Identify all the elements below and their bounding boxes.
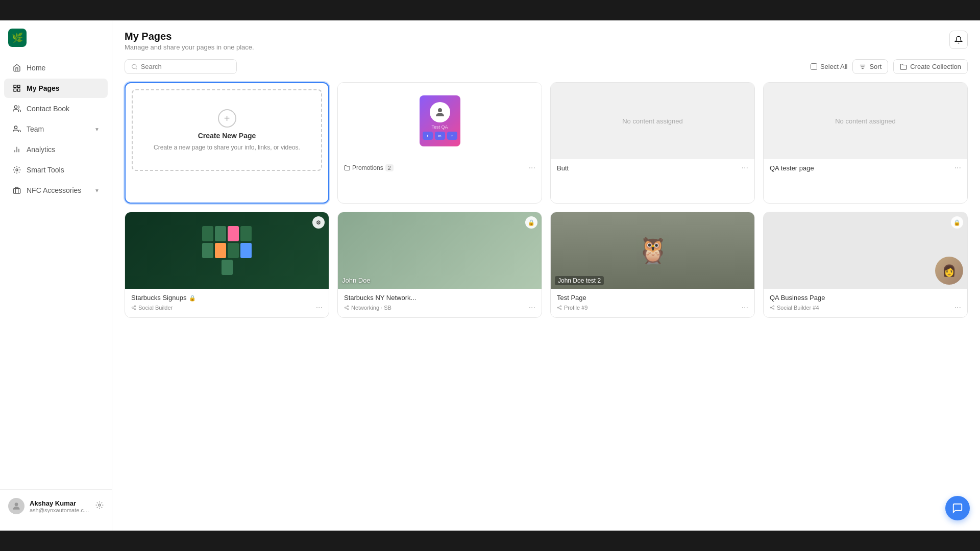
starbucks-ny-name: Starbucks NY Network... bbox=[344, 294, 416, 302]
search-input[interactable] bbox=[141, 63, 230, 70]
search-box[interactable] bbox=[125, 59, 237, 74]
sidebar-item-team[interactable]: Team ▼ bbox=[4, 119, 108, 139]
app-logo: 🌿 bbox=[8, 29, 27, 47]
sidebar-item-analytics[interactable]: Analytics bbox=[4, 140, 108, 159]
svg-point-21 bbox=[134, 309, 136, 310]
svg-point-11 bbox=[15, 503, 18, 506]
search-icon bbox=[131, 63, 138, 70]
sidebar-item-home[interactable]: Home bbox=[4, 58, 108, 78]
networking-icon bbox=[344, 305, 349, 310]
team-icon bbox=[12, 124, 21, 134]
promotions-more-button[interactable]: ··· bbox=[529, 163, 535, 172]
starbucks-more-button[interactable]: ··· bbox=[316, 303, 323, 312]
svg-line-28 bbox=[346, 307, 348, 308]
butt-footer: Butt ··· bbox=[551, 159, 754, 178]
svg-point-9 bbox=[16, 169, 18, 171]
main-content: My Pages Manage and share your pages in … bbox=[112, 20, 980, 531]
collection-icon bbox=[900, 63, 907, 70]
butt-more-button[interactable]: ··· bbox=[742, 163, 748, 172]
pages-grid: + Create New Page Create a new page to s… bbox=[112, 78, 980, 330]
svg-point-19 bbox=[134, 306, 136, 307]
svg-line-14 bbox=[136, 68, 137, 69]
owl-emoji: 🦉 bbox=[637, 236, 669, 265]
toolbar: Select All Sort Create Collection bbox=[112, 55, 980, 78]
promotions-avatar bbox=[430, 102, 450, 122]
qa-business-type: Social Builder #4 bbox=[770, 305, 819, 311]
test-page-card[interactable]: 🦉 John Doe test 2 Test Page Profile #9 bbox=[550, 212, 755, 318]
butt-card[interactable]: No content assigned Butt ··· bbox=[550, 82, 755, 204]
starbucks-thumbnail: ⚙ bbox=[125, 212, 329, 289]
qa-tester-meta: QA tester page ··· bbox=[770, 163, 961, 172]
chat-fab-button[interactable] bbox=[945, 496, 970, 520]
drink-item bbox=[202, 226, 213, 241]
social-icon-1: f bbox=[423, 132, 433, 140]
create-plus-icon: + bbox=[218, 109, 236, 128]
create-new-page-card[interactable]: + Create New Page Create a new page to s… bbox=[125, 82, 329, 204]
butt-meta: Butt ··· bbox=[557, 163, 748, 172]
drink-item bbox=[240, 226, 252, 241]
create-collection-button[interactable]: Create Collection bbox=[893, 59, 968, 74]
drink-item bbox=[240, 243, 252, 258]
svg-point-34 bbox=[773, 306, 774, 307]
sidebar-item-smart-tools[interactable]: Smart Tools bbox=[4, 160, 108, 180]
svg-point-12 bbox=[99, 504, 101, 506]
settings-icon[interactable] bbox=[95, 501, 104, 511]
svg-point-25 bbox=[345, 307, 346, 309]
create-new-description: Create a new page to share your info, li… bbox=[154, 144, 300, 151]
promotions-preview: Test QA f in t bbox=[420, 95, 460, 146]
social-builder-4-icon bbox=[770, 305, 775, 310]
test-page-meta: Profile #9 ··· bbox=[557, 303, 748, 312]
promotions-card[interactable]: Test QA f in t Promotions bbox=[337, 82, 542, 204]
svg-line-33 bbox=[559, 307, 560, 308]
svg-point-20 bbox=[132, 307, 133, 309]
qa-business-name: QA Business Page bbox=[770, 294, 825, 302]
create-new-title: Create New Page bbox=[198, 132, 256, 140]
qa-tester-card[interactable]: No content assigned QA tester page ··· bbox=[763, 82, 968, 204]
qa-tester-name: QA tester page bbox=[770, 164, 814, 172]
starbucks-ny-more-button[interactable]: ··· bbox=[529, 303, 535, 312]
promotions-thumbnail: Test QA f in t bbox=[338, 83, 542, 159]
social-icons: f in t bbox=[423, 132, 457, 140]
john-doe-name-label: John Doe bbox=[342, 277, 371, 284]
svg-line-32 bbox=[559, 308, 560, 309]
qa-business-card[interactable]: 👩 🔒 QA Business Page Social Builder #4 ·… bbox=[763, 212, 968, 318]
sidebar-item-my-pages[interactable]: My Pages bbox=[4, 79, 108, 98]
butt-thumbnail: No content assigned bbox=[551, 83, 754, 159]
user-name: Akshay Kumar bbox=[30, 499, 90, 507]
svg-point-24 bbox=[347, 306, 349, 307]
starbucks-settings-icon[interactable]: ⚙ bbox=[312, 216, 325, 229]
starbucks-drinks-grid bbox=[197, 222, 258, 279]
drink-item bbox=[222, 260, 233, 275]
promotions-card-preview-label: Test QA bbox=[431, 124, 448, 130]
sort-button[interactable]: Sort bbox=[852, 59, 888, 74]
select-all-checkbox[interactable] bbox=[811, 63, 817, 70]
starbucks-ny-card[interactable]: John Doe 🔒 Starbucks NY Network... Netwo… bbox=[337, 212, 542, 318]
svg-point-29 bbox=[560, 306, 561, 307]
contacts-icon bbox=[12, 104, 21, 113]
starbucks-ny-footer: Starbucks NY Network... Networking · SB … bbox=[338, 289, 542, 317]
sidebar-item-contact-book[interactable]: Contact Book bbox=[4, 99, 108, 118]
social-icon-3: t bbox=[447, 132, 457, 140]
sidebar-item-nfc[interactable]: NFC Accessories ▼ bbox=[4, 181, 108, 200]
svg-line-23 bbox=[133, 307, 135, 308]
qa-tester-more-button[interactable]: ··· bbox=[954, 163, 961, 172]
sidebar-item-nfc-label: NFC Accessories bbox=[27, 186, 81, 194]
sidebar-item-analytics-label: Analytics bbox=[27, 145, 55, 154]
starbucks-signups-card[interactable]: ⚙ Starbucks Signups 🔒 Social Builder ··· bbox=[125, 212, 329, 318]
qa-business-meta: Social Builder #4 ··· bbox=[770, 303, 961, 312]
svg-rect-0 bbox=[14, 85, 16, 88]
page-subtitle: Manage and share your pages in one place… bbox=[125, 43, 254, 51]
qa-business-footer: QA Business Page Social Builder #4 ··· bbox=[764, 289, 967, 317]
create-new-inner: + Create New Page Create a new page to s… bbox=[132, 89, 322, 171]
sidebar-item-team-label: Team bbox=[27, 125, 44, 133]
test-page-name: Test Page bbox=[557, 294, 586, 302]
sidebar-nav: Home My Pages Contact Book bbox=[0, 57, 112, 489]
starbucks-footer: Starbucks Signups 🔒 Social Builder ··· bbox=[125, 289, 329, 317]
svg-line-27 bbox=[346, 308, 348, 309]
test-page-more-button[interactable]: ··· bbox=[742, 303, 748, 312]
notification-button[interactable] bbox=[949, 31, 968, 49]
starbucks-ny-type: Networking · SB bbox=[344, 305, 391, 311]
select-all-label[interactable]: Select All bbox=[811, 63, 847, 70]
qa-business-more-button[interactable]: ··· bbox=[954, 303, 961, 312]
promotions-meta: Promotions 2 ··· bbox=[344, 163, 535, 172]
